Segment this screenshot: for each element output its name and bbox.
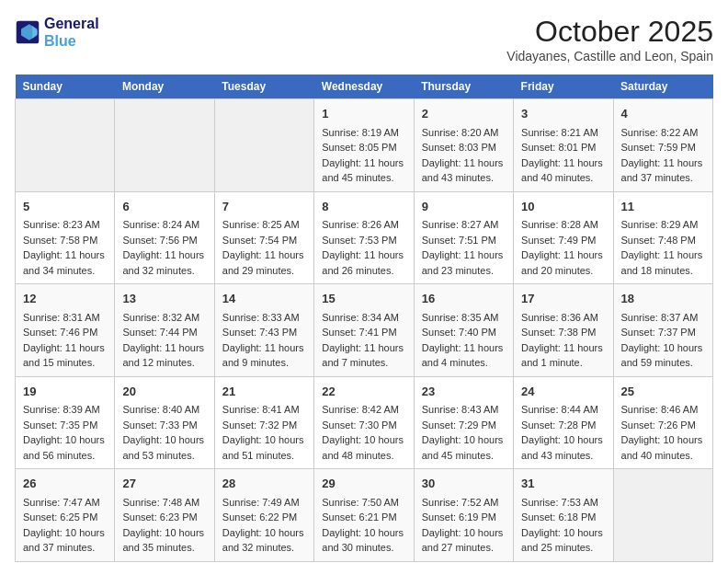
day-number: 20 <box>122 383 206 401</box>
calendar-cell: 20Sunrise: 8:40 AMSunset: 7:33 PMDayligh… <box>115 376 214 469</box>
day-info: Sunset: 6:19 PM <box>422 510 506 525</box>
day-info: Sunset: 8:05 PM <box>322 140 405 155</box>
day-info: Sunrise: 8:44 AM <box>521 402 605 418</box>
weekday-header-saturday: Saturday <box>613 75 712 99</box>
day-number: 6 <box>122 198 206 216</box>
calendar-cell <box>16 99 115 192</box>
logo-line2: Blue <box>44 33 76 49</box>
calendar-cell: 6Sunrise: 8:24 AMSunset: 7:56 PMDaylight… <box>115 191 214 284</box>
calendar-cell: 22Sunrise: 8:42 AMSunset: 7:30 PMDayligh… <box>314 376 414 469</box>
weekday-header-row: SundayMondayTuesdayWednesdayThursdayFrid… <box>16 75 713 99</box>
day-info: Sunset: 7:30 PM <box>322 418 405 433</box>
day-info: Daylight: 10 hours and 32 minutes. <box>222 525 306 556</box>
calendar-cell: 7Sunrise: 8:25 AMSunset: 7:54 PMDaylight… <box>214 191 313 284</box>
day-info: Sunrise: 8:29 AM <box>621 217 705 233</box>
day-info: Daylight: 10 hours and 53 minutes. <box>122 432 206 463</box>
calendar-cell: 13Sunrise: 8:32 AMSunset: 7:44 PMDayligh… <box>115 284 214 377</box>
day-info: Sunrise: 8:26 AM <box>322 217 405 233</box>
calendar-cell: 17Sunrise: 8:36 AMSunset: 7:38 PMDayligh… <box>514 284 613 377</box>
day-info: Sunrise: 8:42 AM <box>322 402 405 418</box>
day-number: 12 <box>23 290 107 308</box>
day-info: Sunset: 7:38 PM <box>521 325 605 340</box>
calendar-cell: 18Sunrise: 8:37 AMSunset: 7:37 PMDayligh… <box>613 284 712 377</box>
calendar-cell: 1Sunrise: 8:19 AMSunset: 8:05 PMDaylight… <box>314 99 414 192</box>
day-info: Daylight: 10 hours and 43 minutes. <box>521 432 605 463</box>
day-number: 10 <box>521 198 605 216</box>
weekday-header-wednesday: Wednesday <box>314 75 414 99</box>
calendar-cell: 10Sunrise: 8:28 AMSunset: 7:49 PMDayligh… <box>514 191 613 284</box>
day-info: Sunrise: 8:33 AM <box>222 310 306 326</box>
day-number: 7 <box>222 198 306 216</box>
calendar-cell: 14Sunrise: 8:33 AMSunset: 7:43 PMDayligh… <box>214 284 313 377</box>
day-info: Sunset: 7:49 PM <box>521 233 605 248</box>
day-info: Daylight: 10 hours and 35 minutes. <box>122 525 206 556</box>
calendar-cell <box>115 99 214 192</box>
day-info: Sunrise: 8:43 AM <box>422 402 506 418</box>
day-info: Sunrise: 8:22 AM <box>621 125 705 141</box>
calendar-cell: 3Sunrise: 8:21 AMSunset: 8:01 PMDaylight… <box>514 99 613 192</box>
day-info: Daylight: 11 hours and 4 minutes. <box>422 340 506 371</box>
day-info: Sunrise: 8:32 AM <box>122 310 206 326</box>
day-number: 3 <box>521 105 605 123</box>
day-info: Sunrise: 7:52 AM <box>422 495 506 511</box>
day-info: Sunrise: 8:39 AM <box>23 402 107 418</box>
day-number: 5 <box>23 198 107 216</box>
day-info: Sunset: 7:53 PM <box>322 233 405 248</box>
day-number: 25 <box>621 383 705 401</box>
day-number: 29 <box>322 475 405 493</box>
day-info: Sunrise: 8:24 AM <box>122 217 206 233</box>
day-info: Sunrise: 8:23 AM <box>23 217 107 233</box>
day-info: Sunrise: 7:48 AM <box>122 495 206 511</box>
calendar-cell: 25Sunrise: 8:46 AMSunset: 7:26 PMDayligh… <box>613 376 712 469</box>
weekday-header-monday: Monday <box>115 75 214 99</box>
day-info: Daylight: 10 hours and 51 minutes. <box>222 432 306 463</box>
day-info: Sunrise: 8:41 AM <box>222 402 306 418</box>
logo-icon <box>15 19 40 45</box>
day-info: Daylight: 11 hours and 7 minutes. <box>322 340 405 371</box>
day-info: Daylight: 11 hours and 9 minutes. <box>222 340 306 371</box>
day-number: 31 <box>521 475 605 493</box>
calendar-cell: 19Sunrise: 8:39 AMSunset: 7:35 PMDayligh… <box>16 376 115 469</box>
day-number: 24 <box>521 383 605 401</box>
day-number: 15 <box>322 290 405 308</box>
week-row-1: 1Sunrise: 8:19 AMSunset: 8:05 PMDaylight… <box>16 99 713 192</box>
day-info: Sunrise: 8:25 AM <box>222 217 306 233</box>
day-info: Sunset: 7:43 PM <box>222 325 306 340</box>
day-number: 28 <box>222 475 306 493</box>
day-info: Sunrise: 8:19 AM <box>322 125 405 141</box>
calendar-table: SundayMondayTuesdayWednesdayThursdayFrid… <box>15 75 713 562</box>
month-title: October 2025 <box>506 15 713 49</box>
calendar-cell: 4Sunrise: 8:22 AMSunset: 7:59 PMDaylight… <box>613 99 712 192</box>
day-info: Sunrise: 8:46 AM <box>621 402 705 418</box>
day-number: 30 <box>422 475 506 493</box>
day-info: Daylight: 11 hours and 34 minutes. <box>23 247 107 278</box>
calendar-cell: 15Sunrise: 8:34 AMSunset: 7:41 PMDayligh… <box>314 284 414 377</box>
day-number: 26 <box>23 475 107 493</box>
day-info: Sunset: 6:25 PM <box>23 510 107 525</box>
day-number: 18 <box>621 290 705 308</box>
day-info: Daylight: 11 hours and 18 minutes. <box>621 247 705 278</box>
calendar-cell: 24Sunrise: 8:44 AMSunset: 7:28 PMDayligh… <box>514 376 613 469</box>
day-number: 22 <box>322 383 405 401</box>
day-info: Sunrise: 7:47 AM <box>23 495 107 511</box>
day-info: Daylight: 11 hours and 26 minutes. <box>322 247 405 278</box>
day-info: Sunset: 6:23 PM <box>122 510 206 525</box>
logo-line1: General <box>44 15 99 32</box>
day-info: Sunrise: 7:50 AM <box>322 495 405 511</box>
day-info: Sunset: 7:59 PM <box>621 140 705 155</box>
day-info: Daylight: 11 hours and 20 minutes. <box>521 247 605 278</box>
day-number: 14 <box>222 290 306 308</box>
day-info: Daylight: 10 hours and 59 minutes. <box>621 340 705 371</box>
page-header: General Blue October 2025 Vidayanes, Cas… <box>15 15 713 63</box>
calendar-cell: 29Sunrise: 7:50 AMSunset: 6:21 PMDayligh… <box>314 469 414 562</box>
location: Vidayanes, Castille and Leon, Spain <box>506 49 713 63</box>
day-info: Sunrise: 8:34 AM <box>322 310 405 326</box>
weekday-header-tuesday: Tuesday <box>214 75 313 99</box>
day-info: Sunset: 7:37 PM <box>621 325 705 340</box>
weekday-header-sunday: Sunday <box>16 75 115 99</box>
day-info: Sunset: 7:48 PM <box>621 233 705 248</box>
day-number: 11 <box>621 198 705 216</box>
day-info: Daylight: 10 hours and 25 minutes. <box>521 525 605 556</box>
week-row-2: 5Sunrise: 8:23 AMSunset: 7:58 PMDaylight… <box>16 191 713 284</box>
day-info: Daylight: 11 hours and 12 minutes. <box>122 340 206 371</box>
